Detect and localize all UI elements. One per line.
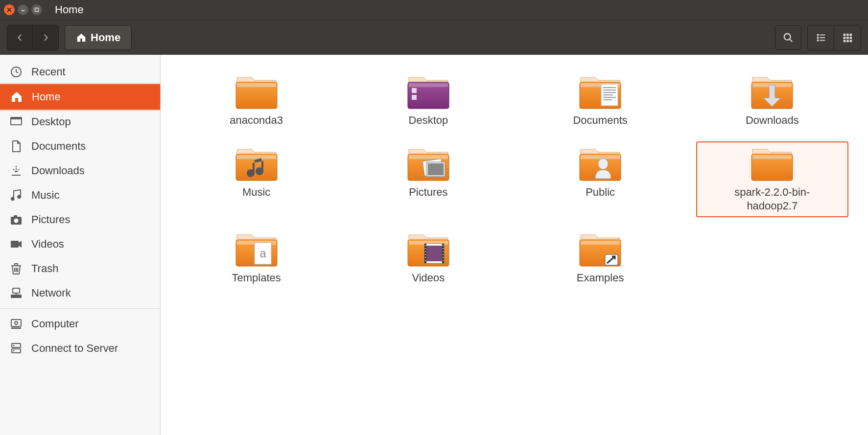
server-icon [10,342,23,355]
folder-icon [405,231,452,268]
folder-label: Examples [577,271,624,285]
folder-label: anaconda3 [230,114,283,128]
svg-point-23 [14,218,19,223]
breadcrumb-home[interactable]: Home [65,25,132,50]
folder-documents[interactable]: Documents [524,69,677,132]
svg-rect-24 [14,215,17,217]
desktop-icon [10,115,23,128]
sidebar: RecentHomeDesktopDocumentsDownloadsMusic… [0,55,161,435]
svg-point-86 [443,260,444,261]
folder-label: Documents [573,114,627,128]
folder-music[interactable]: Music [180,141,332,217]
svg-rect-16 [850,40,852,42]
folder-icon [233,73,280,111]
forward-button[interactable] [33,25,58,50]
svg-point-84 [443,254,444,255]
sidebar-item-connect-to-server[interactable]: Connect to Server [0,336,160,361]
minimize-button[interactable] [18,4,28,15]
folder-videos[interactable]: Videos [352,227,504,289]
folder-public[interactable]: Public [524,141,677,217]
svg-rect-25 [11,241,19,248]
folder-templates[interactable]: a Templates [180,227,332,289]
svg-point-85 [443,257,444,258]
toolbar: Home [0,20,868,55]
svg-point-20 [11,197,14,200]
sidebar-item-label: Home [32,91,61,103]
svg-rect-55 [409,155,448,159]
svg-point-61 [598,159,608,169]
svg-rect-7 [820,40,825,41]
svg-rect-38 [409,83,448,87]
sidebar-item-desktop[interactable]: Desktop [0,110,160,134]
sidebar-item-videos[interactable]: Videos [0,232,160,256]
music-icon [10,189,23,202]
sidebar-item-recent[interactable]: Recent [0,60,160,84]
folder-downloads[interactable]: Downloads [696,69,848,132]
svg-rect-4 [817,37,819,39]
svg-rect-10 [850,33,852,36]
sidebar-item-trash[interactable]: Trash [0,256,160,281]
svg-text:a: a [259,247,266,260]
sidebar-item-music[interactable]: Music [0,183,160,207]
svg-rect-39 [412,88,417,93]
chevron-left-icon [16,33,24,42]
folder-desktop[interactable]: Desktop [352,69,504,132]
svg-rect-11 [844,37,846,39]
svg-rect-58 [428,163,444,175]
svg-rect-6 [817,39,819,41]
svg-rect-63 [752,155,792,159]
svg-rect-28 [11,320,21,326]
svg-rect-60 [581,155,620,159]
svg-rect-26 [13,288,20,293]
video-icon [10,238,23,251]
sidebar-item-documents[interactable]: Documents [0,134,160,159]
maximize-button[interactable] [31,4,42,15]
chevron-right-icon [41,33,50,42]
folder-pictures[interactable]: Pictures [352,141,504,217]
list-view-icon [816,32,826,43]
window-title: Home [55,3,84,16]
folder-icon: a [233,231,280,268]
search-icon [783,32,794,43]
svg-rect-0 [35,8,39,12]
sidebar-item-downloads[interactable]: Downloads [0,159,160,183]
svg-rect-49 [603,99,612,100]
folder-icon [577,145,624,183]
svg-rect-15 [846,40,849,42]
sidebar-item-label: Connect to Server [31,342,118,355]
grid-view-button[interactable] [834,25,861,50]
folder-anaconda3[interactable]: anaconda3 [180,69,332,132]
sidebar-item-computer[interactable]: Computer [0,312,160,336]
list-view-button[interactable] [808,25,834,50]
file-grid: anaconda3 Desktop Documents Downloads Mu… [161,55,868,435]
folder-label: Videos [412,271,445,285]
sidebar-item-pictures[interactable]: Pictures [0,207,160,232]
folder-label: Desktop [409,114,448,128]
svg-rect-45 [603,90,616,91]
clock-icon [10,66,23,78]
search-button[interactable] [775,25,801,50]
back-button[interactable] [7,25,33,50]
sidebar-item-network[interactable]: Network [0,281,160,305]
sidebar-item-label: Documents [31,140,86,153]
svg-rect-12 [846,37,849,39]
home-icon [10,91,23,103]
svg-point-75 [425,245,426,246]
computer-icon [10,318,23,330]
camera-icon [10,213,23,226]
window-controls [4,4,42,15]
svg-rect-72 [426,246,442,261]
folder-icon [233,145,280,183]
svg-rect-30 [11,327,21,329]
svg-rect-13 [850,37,852,39]
svg-rect-36 [237,83,276,87]
folder-examples[interactable]: Examples [524,227,677,289]
sidebar-item-label: Downloads [31,164,85,177]
folder-spark-2-2-0-bin-hadoop2-7[interactable]: spark-2.2.0-bin-hadoop2.7 [696,141,848,217]
sidebar-item-home[interactable]: Home [0,84,160,110]
close-button[interactable] [4,4,15,15]
view-mode-group [807,25,861,50]
sidebar-item-label: Trash [31,262,58,275]
svg-point-82 [443,248,444,249]
sidebar-item-label: Videos [31,238,64,251]
